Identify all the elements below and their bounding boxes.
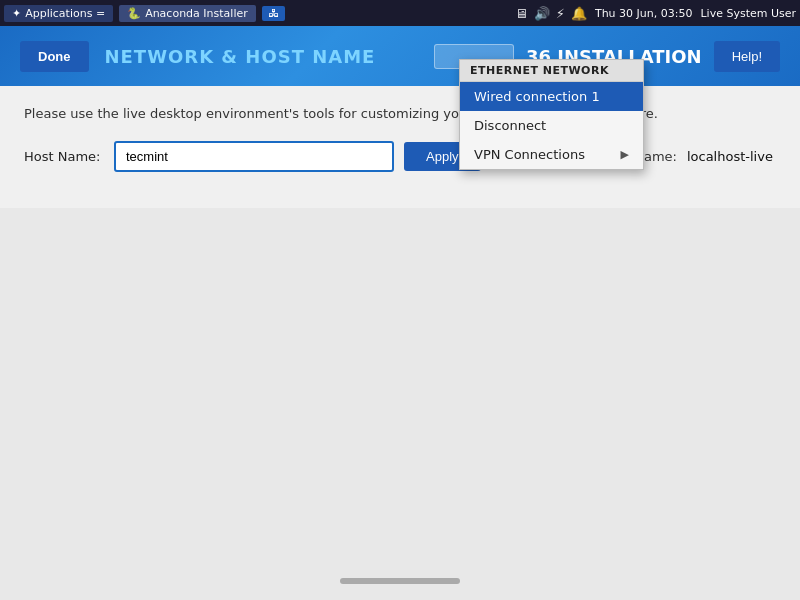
volume-icon[interactable]: 🔊 [534,6,550,21]
username: Live System User [700,7,796,20]
applications-menu[interactable]: ✦ Applications = [4,5,113,22]
main-content: Please use the live desktop environment'… [0,86,800,208]
network-taskbar-icon[interactable]: 🖧 [262,6,285,21]
header-left: Done NETWORK & HOST NAME [20,41,375,72]
dropdown-header: Ethernet Network [460,60,643,82]
network-icon: 🖧 [268,7,279,20]
datetime: Thu 30 Jun, 03:50 [595,7,693,20]
wired-connection-label: Wired connection 1 [474,89,600,104]
taskbar-right: 🖥 🔊 ⚡ 🔔 Thu 30 Jun, 03:50 Live System Us… [515,6,796,21]
current-host-value: localhost-live [687,149,773,164]
battery-icon[interactable]: ⚡ [556,6,565,21]
host-row: Host Name: Apply Current host name: loca… [24,141,776,172]
ethernet-dropdown: Ethernet Network Wired connection 1 Disc… [459,59,644,170]
anaconda-icon: 🐍 [127,7,141,20]
scroll-indicator[interactable] [340,578,460,584]
monitor-icon[interactable]: 🖥 [515,6,528,21]
tray-icons: 🖥 🔊 ⚡ 🔔 [515,6,587,21]
dropdown-item-wired[interactable]: Wired connection 1 [460,82,643,111]
vpn-label: VPN Connections [474,147,585,162]
host-label: Host Name: [24,149,104,164]
notification-icon[interactable]: 🔔 [571,6,587,21]
apps-icon: ✦ [12,7,21,20]
taskbar: ✦ Applications = 🐍 Anaconda Installer 🖧 … [0,0,800,26]
disconnect-label: Disconnect [474,118,546,133]
chevron-right-icon: ▶ [621,148,629,161]
info-text: Please use the live desktop environment'… [24,106,776,121]
applications-label: Applications = [25,7,105,20]
dropdown-item-disconnect[interactable]: Disconnect [460,111,643,140]
anaconda-label: Anaconda Installer [145,7,248,20]
anaconda-taskbar-item[interactable]: 🐍 Anaconda Installer [119,5,256,22]
header-band: Done NETWORK & HOST NAME 36 INSTALLATION… [0,26,800,86]
taskbar-left: ✦ Applications = 🐍 Anaconda Installer 🖧 [4,5,285,22]
host-input[interactable] [114,141,394,172]
dropdown-item-vpn[interactable]: VPN Connections ▶ [460,140,643,169]
page-title: NETWORK & HOST NAME [105,46,376,67]
help-button[interactable]: Help! [714,41,780,72]
done-button[interactable]: Done [20,41,89,72]
